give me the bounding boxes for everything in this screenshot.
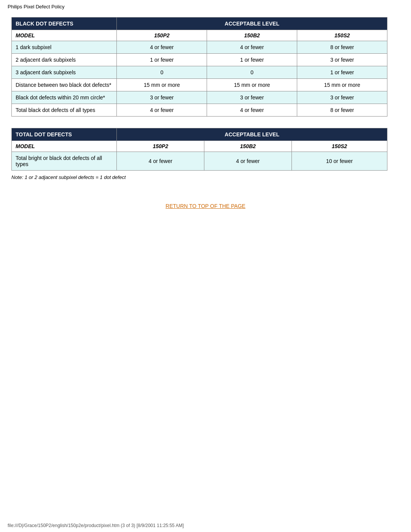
value-150s2: 15 mm or more [297, 79, 387, 91]
note-text: Note: 1 or 2 adjacent subpixel defects =… [11, 174, 403, 180]
value-150b2: 4 or fewer [207, 41, 297, 54]
black-dot-model-0: 150P2 [117, 30, 207, 41]
total-dot-table: TOTAL DOT DEFECTS ACCEPTABLE LEVEL MODEL… [11, 128, 387, 171]
black-dot-model-row: MODEL 150P2 150B2 150S2 [12, 30, 387, 41]
table-row: Total black dot defects of all types 4 o… [12, 104, 387, 117]
value-150s2: 1 or fewer [297, 66, 387, 79]
value-150p2: 4 or fewer [117, 41, 207, 54]
value-150b2: 4 or fewer [204, 152, 292, 171]
value-150p2: 1 or fewer [117, 54, 207, 66]
black-dot-model-1: 150B2 [207, 30, 297, 41]
black-dot-section: BLACK DOT DEFECTS ACCEPTABLE LEVEL MODEL… [8, 17, 403, 117]
value-150p2: 4 or fewer [117, 104, 207, 117]
value-150b2: 3 or fewer [207, 91, 297, 104]
value-150s2: 3 or fewer [297, 91, 387, 104]
black-dot-model-label: MODEL [12, 30, 117, 41]
total-dot-header-row: TOTAL DOT DEFECTS ACCEPTABLE LEVEL [12, 128, 387, 141]
black-dot-acceptable-level: ACCEPTABLE LEVEL [117, 18, 387, 30]
page-title: Philips Pixel Defect Policy [8, 4, 65, 10]
defect-label: Black dot defects within 20 mm circle* [12, 91, 117, 104]
table-row: Distance between two black dot defects* … [12, 79, 387, 91]
return-to-top-link[interactable]: RETURN TO TOP OF THE PAGE [8, 203, 403, 209]
total-dot-model-2: 150S2 [292, 141, 387, 152]
value-150s2: 8 or fewer [297, 41, 387, 54]
black-dot-header-row: BLACK DOT DEFECTS ACCEPTABLE LEVEL [12, 18, 387, 30]
value-150b2: 0 [207, 66, 297, 79]
black-dot-title: BLACK DOT DEFECTS [12, 18, 117, 30]
total-dot-title: TOTAL DOT DEFECTS [12, 128, 117, 141]
defect-label: 3 adjacent dark subpixels [12, 66, 117, 79]
value-150b2: 4 or fewer [207, 104, 297, 117]
table-row: 3 adjacent dark subpixels 0 0 1 or fewer [12, 66, 387, 79]
value-150b2: 15 mm or more [207, 79, 297, 91]
value-150p2: 15 mm or more [117, 79, 207, 91]
table-row: Black dot defects within 20 mm circle* 3… [12, 91, 387, 104]
value-150s2: 8 or fewer [297, 104, 387, 117]
total-dot-model-0: 150P2 [117, 141, 204, 152]
defect-label: 1 dark subpixel [12, 41, 117, 54]
value-150p2: 4 or fewer [117, 152, 204, 171]
defect-label: Distance between two black dot defects* [12, 79, 117, 91]
black-dot-table: BLACK DOT DEFECTS ACCEPTABLE LEVEL MODEL… [11, 17, 387, 117]
total-dot-acceptable-level: ACCEPTABLE LEVEL [117, 128, 387, 141]
total-dot-section: TOTAL DOT DEFECTS ACCEPTABLE LEVEL MODEL… [8, 128, 403, 180]
value-150p2: 0 [117, 66, 207, 79]
defect-label: 2 adjacent dark subpixels [12, 54, 117, 66]
page-footer: file:///D|/Grace/150P2/english/150p2e/pr… [0, 523, 411, 528]
value-150s2: 3 or fewer [297, 54, 387, 66]
total-dot-model-label: MODEL [12, 141, 117, 152]
page-header: Philips Pixel Defect Policy [8, 4, 403, 10]
black-dot-model-2: 150S2 [297, 30, 387, 41]
table-row: 2 adjacent dark subpixels 1 or fewer 1 o… [12, 54, 387, 66]
value-150p2: 3 or fewer [117, 91, 207, 104]
value-150s2: 10 or fewer [292, 152, 387, 171]
value-150b2: 1 or fewer [207, 54, 297, 66]
table-row: 1 dark subpixel 4 or fewer 4 or fewer 8 … [12, 41, 387, 54]
table-row: Total bright or black dot defects of all… [12, 152, 387, 171]
defect-label: Total black dot defects of all types [12, 104, 117, 117]
total-dot-model-row: MODEL 150P2 150B2 150S2 [12, 141, 387, 152]
defect-label: Total bright or black dot defects of all… [12, 152, 117, 171]
total-dot-model-1: 150B2 [204, 141, 292, 152]
